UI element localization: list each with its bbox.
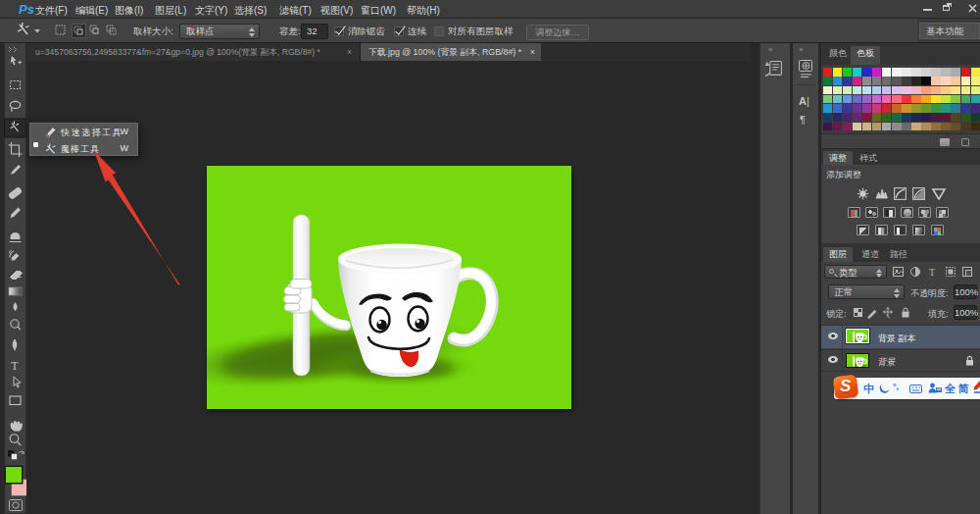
svg-text:T: T — [929, 267, 935, 278]
svg-text:T: T — [11, 359, 19, 373]
